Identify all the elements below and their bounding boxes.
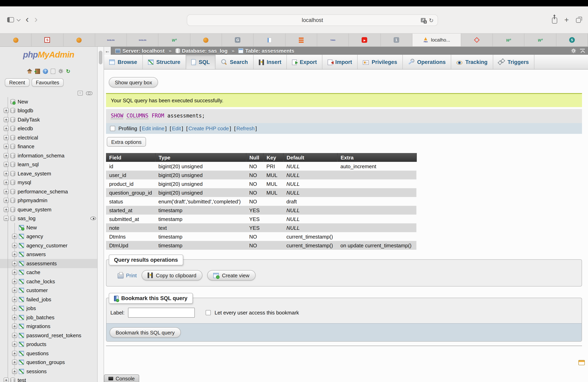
- tree-item[interactable]: New: [0, 223, 97, 232]
- bookmark-label-input[interactable]: [128, 308, 195, 318]
- tree-item-label[interactable]: answers: [26, 251, 46, 258]
- table-tab[interactable]: Search: [215, 55, 253, 69]
- tree-item[interactable]: information_schema: [0, 151, 97, 160]
- copy-to-clipboard-button[interactable]: Copy to clipboard: [141, 270, 202, 281]
- tree-item-label[interactable]: jobs: [26, 306, 36, 311]
- link-icon[interactable]: [86, 92, 92, 95]
- back-arrow-button[interactable]: ←: [104, 47, 111, 55]
- table-tab[interactable]: Import: [322, 55, 357, 69]
- browser-tab[interactable]: [461, 34, 493, 46]
- tree-expander-icon[interactable]: [12, 279, 17, 284]
- table-tab[interactable]: Operations: [403, 55, 451, 69]
- tree-item-label[interactable]: elecdb: [18, 126, 33, 132]
- tree-item-label[interactable]: New: [26, 225, 37, 230]
- browser-tab[interactable]: G: [222, 34, 254, 46]
- tree-item-label[interactable]: New: [18, 99, 28, 105]
- tree-item[interactable]: queue_system: [0, 205, 97, 214]
- show-query-box-button[interactable]: Show query box: [109, 77, 158, 88]
- browser-tab[interactable]: [190, 34, 222, 46]
- share-icon[interactable]: [552, 18, 557, 24]
- tree-expander-icon[interactable]: [4, 135, 9, 140]
- bookmark-access-checkbox[interactable]: [206, 310, 211, 315]
- tree-item-label[interactable]: learn_sql: [18, 162, 39, 168]
- tab-overview-icon[interactable]: [576, 18, 581, 23]
- tree-item[interactable]: password_reset_tokens: [0, 331, 97, 340]
- tree-item[interactable]: Leave_system: [0, 169, 97, 178]
- url-field[interactable]: localhost A ↻: [187, 14, 438, 26]
- browser-tab[interactable]: THNG: [317, 34, 349, 46]
- browser-tab[interactable]: SASLOG: [95, 34, 127, 46]
- tree-item[interactable]: migrations: [0, 322, 97, 331]
- tree-expander-icon[interactable]: [4, 171, 9, 176]
- tree-expander-icon[interactable]: [4, 198, 9, 203]
- tree-item[interactable]: finance: [0, 142, 97, 151]
- recent-button[interactable]: Recent: [5, 78, 29, 87]
- tree-item-label[interactable]: questions: [26, 350, 49, 356]
- browser-tab[interactable]: [254, 34, 286, 46]
- tree-item-label[interactable]: cache: [26, 269, 40, 275]
- tree-item-label[interactable]: mysql: [18, 180, 31, 186]
- page-settings-gear-icon[interactable]: [571, 48, 576, 53]
- tree-expander-icon[interactable]: [12, 342, 17, 347]
- sidebar-toggle-icon[interactable]: [7, 17, 14, 22]
- tree-expander-icon[interactable]: [4, 126, 9, 131]
- scroll-top-icon[interactable]: [580, 49, 585, 53]
- collapse-all-icon[interactable]: −: [78, 91, 83, 96]
- chevron-down-icon[interactable]: [17, 17, 21, 21]
- tree-item[interactable]: learn_sql: [0, 160, 97, 169]
- sidebar-scrollbar[interactable]: [97, 47, 104, 382]
- create-view-button[interactable]: Create view: [207, 270, 255, 281]
- settings-gear-icon[interactable]: [58, 69, 63, 74]
- browser-tab[interactable]: ▶: [349, 34, 381, 46]
- table-tab[interactable]: Export: [287, 55, 323, 69]
- table-tab[interactable]: Triggers: [493, 55, 534, 69]
- tree-item-label[interactable]: failed_jobs: [26, 296, 51, 303]
- tree-item[interactable]: electrical: [0, 133, 97, 142]
- tree-item[interactable]: New: [0, 97, 97, 106]
- browser-tab[interactable]: [63, 34, 95, 46]
- tree-item-label[interactable]: customer: [26, 287, 48, 293]
- browser-tab[interactable]: W³: [159, 34, 190, 46]
- profiling-checkbox[interactable]: [110, 126, 115, 131]
- tree-item[interactable]: cache_locks: [0, 277, 97, 286]
- tree-expander-icon[interactable]: [4, 117, 9, 122]
- tree-item[interactable]: performance_schema: [0, 187, 97, 196]
- breadcrumb-server[interactable]: Server: localhost: [115, 48, 165, 54]
- tree-expander-icon[interactable]: [12, 270, 17, 275]
- browser-tab[interactable]: PMA localho...: [412, 34, 461, 46]
- tree-expander-icon[interactable]: [12, 297, 17, 302]
- table-tab[interactable]: SQL: [186, 55, 216, 69]
- browser-tab[interactable]: W³: [525, 34, 556, 46]
- reload-icon[interactable]: ↻: [429, 17, 434, 23]
- browser-tab[interactable]: W³: [493, 34, 525, 46]
- tree-item[interactable]: blogdb: [0, 106, 97, 115]
- tree-expander-icon[interactable]: [4, 378, 9, 382]
- browser-tab[interactable]: S: [32, 34, 63, 46]
- eye-icon[interactable]: [90, 217, 96, 220]
- table-tab[interactable]: Structure: [143, 55, 186, 69]
- scrollbar-thumb[interactable]: [99, 51, 102, 64]
- tree-item[interactable]: sas_log: [0, 214, 97, 223]
- tree-item-label[interactable]: phpmyadmin: [18, 198, 47, 204]
- home-icon[interactable]: [27, 69, 32, 74]
- tree-item[interactable]: phpmyadmin: [0, 196, 97, 205]
- tree-item-label[interactable]: Leave_system: [18, 171, 51, 177]
- tree-item-label[interactable]: queue_system: [18, 207, 51, 212]
- sql-keyword[interactable]: COLUMNS: [126, 113, 148, 119]
- tree-item-label[interactable]: finance: [18, 144, 34, 150]
- tree-expander-icon[interactable]: [12, 369, 17, 374]
- browser-tab[interactable]: SASLOG: [127, 34, 159, 46]
- tree-expander-icon[interactable]: [4, 108, 9, 113]
- sql-keyword[interactable]: SHOW: [111, 113, 123, 119]
- tree-expander-icon[interactable]: [12, 324, 17, 329]
- tree-item-label[interactable]: information_schema: [18, 153, 64, 159]
- bookmark-submit-button[interactable]: Bookmark this SQL query: [110, 327, 181, 338]
- tree-expander-icon[interactable]: [12, 315, 17, 320]
- page-settings-window-icon[interactable]: [578, 360, 585, 365]
- refresh-icon[interactable]: ↻: [66, 69, 70, 74]
- browser-tab[interactable]: [0, 34, 32, 46]
- tree-item[interactable]: agency: [0, 232, 97, 241]
- table-tab[interactable]: Insert: [253, 55, 287, 69]
- tree-item-label[interactable]: blogdb: [18, 108, 33, 114]
- tree-item[interactable]: test: [0, 376, 97, 382]
